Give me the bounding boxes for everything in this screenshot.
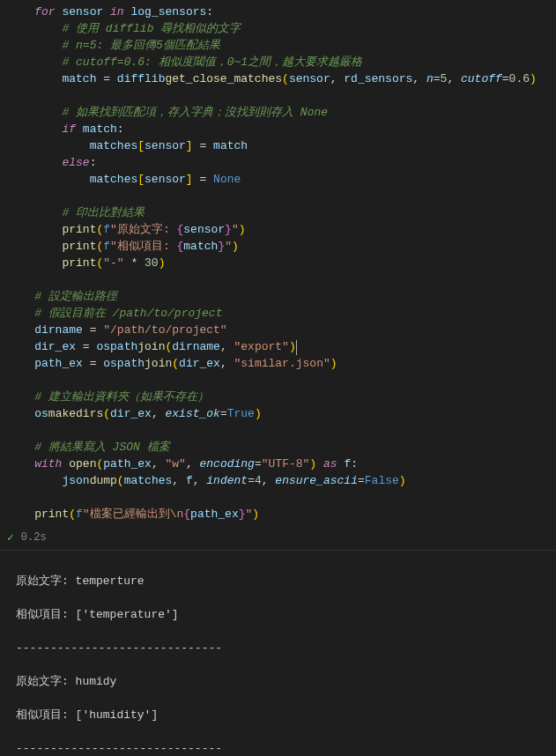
code-line[interactable]: osmakedirs(dir_ex, exist_ok=True) (7, 405, 556, 422)
code-line[interactable]: if match: (7, 121, 556, 137)
code-line[interactable]: # 如果找到匹配項，存入字典；沒找到則存入 None (7, 104, 556, 121)
code-line[interactable]: # n=5: 最多回傳5個匹配結果 (7, 37, 556, 54)
check-icon: ✓ (7, 530, 14, 546)
code-line[interactable]: path_ex = ospathjoin(dir_ex, "similar.js… (7, 355, 556, 372)
comment: # 建立輸出資料夾（如果不存在） (34, 390, 209, 404)
comment: # 設定輸出路徑 (34, 290, 117, 303)
code-line[interactable]: jsondump(matches, f, indent=4, ensure_as… (7, 472, 556, 489)
code-line[interactable]: else: (7, 154, 556, 171)
text-cursor (296, 340, 297, 355)
code-line[interactable]: # 使用 difflib 尋找相似的文字 (7, 20, 556, 37)
output-line: 相似項目: ['humidity'] (16, 707, 549, 723)
code-line[interactable]: matches[sensor] = match (7, 137, 556, 154)
output-line: 原始文字: temperture (16, 573, 549, 589)
output-separator: ------------------------------ (16, 640, 549, 656)
code-line[interactable]: # 建立輸出資料夾（如果不存在） (7, 389, 556, 405)
code-line[interactable]: print(f"原始文字: {sensor}") (7, 221, 556, 238)
code-line[interactable] (7, 422, 556, 439)
code-line[interactable]: print("-" * 30) (7, 255, 556, 271)
output-line: 相似項目: ['temperature'] (16, 606, 549, 623)
code-line[interactable]: # 假設目前在 /path/to/project (7, 305, 556, 322)
code-line[interactable]: # 將結果寫入 JSON 檔案 (7, 439, 556, 456)
keyword-for: for (34, 5, 55, 19)
code-line[interactable]: dir_ex = ospathjoin(dirname, "export") (7, 338, 556, 355)
output-separator: ------------------------------ (16, 740, 549, 756)
code-line[interactable]: match = difflibget_close_matches(sensor,… (7, 70, 556, 87)
code-editor[interactable]: for sensor in log_sensors: # 使用 difflib … (0, 0, 556, 526)
comment: # 將結果寫入 JSON 檔案 (34, 441, 169, 454)
code-line[interactable]: for sensor in log_sensors: (7, 4, 556, 20)
code-line[interactable]: # 設定輸出路徑 (7, 288, 556, 305)
comment: # 假設目前在 /path/to/project (34, 307, 222, 320)
code-line[interactable]: # cutoff=0.6: 相似度閾值，0~1之間，越大要求越嚴格 (7, 54, 556, 70)
comment: # 印出比對結果 (62, 206, 145, 219)
comment: # n=5: 最多回傳5個匹配結果 (62, 39, 219, 52)
code-line[interactable]: with open(path_ex, "w", encoding="UTF-8"… (7, 456, 556, 472)
comment: # cutoff=0.6: 相似度閾值，0~1之間，越大要求越嚴格 (62, 56, 362, 69)
comment: # 如果找到匹配項，存入字典；沒找到則存入 None (62, 106, 328, 119)
code-line[interactable]: print(f"檔案已經輸出到\n{path_ex}") (7, 506, 556, 523)
execution-status: ✓ 0.2s (0, 526, 556, 551)
code-line[interactable] (7, 87, 556, 104)
code-line[interactable]: print(f"相似項目: {match}") (7, 238, 556, 255)
execution-time: 0.2s (21, 530, 47, 546)
comment: # 使用 difflib 尋找相似的文字 (62, 22, 241, 35)
code-line[interactable] (7, 188, 556, 204)
output-panel[interactable]: 原始文字: temperture 相似項目: ['temperature'] -… (0, 551, 556, 756)
code-line[interactable]: matches[sensor] = None (7, 171, 556, 188)
code-line[interactable] (7, 489, 556, 506)
code-line[interactable] (7, 271, 556, 288)
output-line: 原始文字: humidy (16, 673, 549, 690)
code-line[interactable]: dirname = "/path/to/project" (7, 322, 556, 338)
code-line[interactable]: # 印出比對結果 (7, 204, 556, 221)
code-line[interactable] (7, 372, 556, 389)
